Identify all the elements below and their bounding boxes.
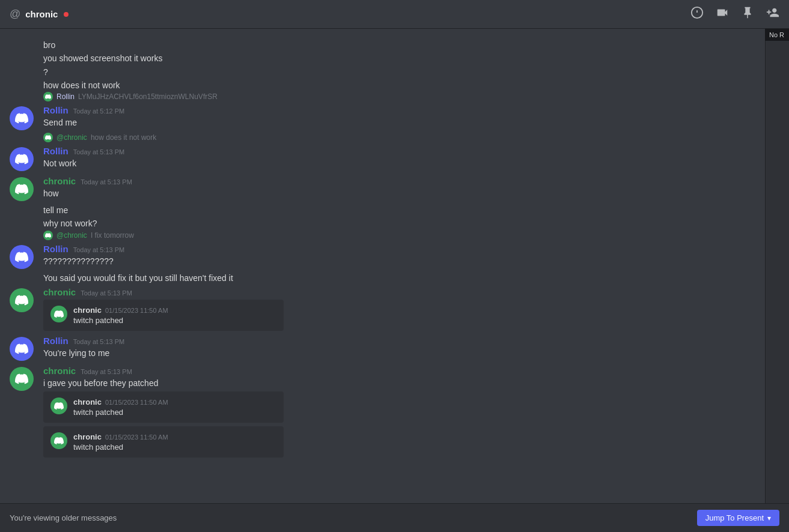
jump-to-present-button[interactable]: Jump To Present ▾ — [697, 510, 779, 526]
reply-name-1: Rollin — [56, 92, 75, 101]
msg-text-screenshot: you showed screenshot it works — [43, 53, 162, 63]
embed-header-3: chronic 01/15/2023 11:50 AM — [73, 432, 168, 441]
msg-text-4c: why not work? — [43, 219, 97, 228]
embed-time-2: 01/15/2023 11:50 AM — [105, 399, 168, 406]
reply-avatar-1 — [43, 92, 53, 101]
msg-content-4: chronic Today at 5:13 PM how — [43, 176, 755, 201]
msg-text-5b: You said you would fix it but you still … — [43, 273, 233, 283]
embed-content-2: chronic 01/15/2023 11:50 AM twitch patch… — [73, 397, 168, 417]
embed-1: chronic 01/15/2023 11:50 AM twitch patch… — [43, 300, 284, 331]
embed-2: chronic 01/15/2023 11:50 AM twitch patch… — [43, 391, 284, 423]
status-dot — [64, 12, 69, 17]
embed-username-2: chronic — [73, 397, 102, 407]
msg-text-8: i gave you before they patched — [43, 377, 755, 389]
jump-chevron-icon: ▾ — [767, 514, 771, 522]
no-role-label: No R — [764, 29, 789, 41]
msg-header-8: chronic Today at 5:13 PM — [43, 366, 755, 376]
camera-icon[interactable] — [716, 6, 729, 22]
username-rollin-1: Rollin — [43, 105, 69, 115]
avatar-chronic-2 — [10, 288, 34, 312]
chat-area[interactable]: bro you showed screenshot it works ? how… — [0, 29, 765, 503]
timestamp-4: Today at 5:13 PM — [81, 178, 132, 186]
embed-avatar-1 — [50, 306, 67, 322]
add-member-icon[interactable] — [766, 6, 779, 22]
msg-continuation-5b: You said you would fix it but you still … — [0, 271, 765, 285]
message-group-6: chronic Today at 5:13 PM chronic 01/15/2… — [0, 285, 765, 333]
pin-icon[interactable] — [741, 6, 754, 22]
inbox-icon[interactable] — [690, 6, 704, 22]
right-panel: No R — [765, 29, 789, 532]
reply-name-5: @chronic — [56, 231, 87, 240]
msg-text-3: Not work — [43, 157, 755, 169]
reply-avatar-3 — [43, 133, 53, 142]
username-chronic-1: chronic — [43, 176, 76, 186]
msg-header-7: Rollin Today at 5:13 PM — [43, 336, 755, 346]
msg-text-howdoes: how does it not work — [43, 80, 120, 90]
username-rollin-4: Rollin — [43, 336, 69, 346]
embed-username-1: chronic — [73, 306, 102, 315]
reply-mention-3: how does it not work — [91, 133, 156, 142]
username-chronic-3: chronic — [43, 366, 76, 376]
message-continuation-q: ? — [0, 65, 765, 79]
reply-bar-1: Rollin LYMuJHzACHVLf6on15ttmioznWLNuVfrS… — [43, 92, 765, 101]
timestamp-8: Today at 5:13 PM — [81, 368, 132, 375]
timestamp-3: Today at 5:13 PM — [73, 148, 125, 156]
username-chronic-2: chronic — [43, 287, 76, 297]
msg-content-7: Rollin Today at 5:13 PM You're lying to … — [43, 336, 755, 361]
embed-avatar-3 — [50, 432, 67, 449]
msg-content-5: Rollin Today at 5:13 PM ??????????????? — [43, 244, 755, 269]
msg-content-6: chronic Today at 5:13 PM chronic 01/15/2… — [43, 287, 755, 331]
avatar-rollin-1 — [10, 106, 34, 130]
message-continuation-howdoes: how does it not work — [0, 79, 765, 92]
avatar-rollin-4 — [10, 337, 34, 361]
msg-header-4: chronic Today at 5:13 PM — [43, 176, 755, 186]
message-group-8: chronic Today at 5:13 PM i gave you befo… — [0, 363, 765, 460]
msg-header-2: Rollin Today at 5:12 PM — [43, 105, 755, 115]
msg-text-4a: how — [43, 187, 755, 199]
message-continuation-screenshot: you showed screenshot it works — [0, 52, 765, 65]
embed-text-3: twitch patched — [73, 443, 168, 452]
avatar-chronic-3 — [10, 367, 34, 391]
embed-header-1: chronic 01/15/2023 11:50 AM — [73, 306, 168, 315]
msg-header-3: Rollin Today at 5:13 PM — [43, 146, 755, 156]
message-group-5: Rollin Today at 5:13 PM ??????????????? — [0, 241, 765, 271]
embed-content-1: chronic 01/15/2023 11:50 AM twitch patch… — [73, 306, 168, 325]
msg-content-2: Rollin Today at 5:12 PM Send me — [43, 105, 755, 130]
embed-content-3: chronic 01/15/2023 11:50 AM twitch patch… — [73, 432, 168, 452]
embed-text-1: twitch patched — [73, 316, 168, 325]
timestamp-7: Today at 5:13 PM — [73, 338, 125, 345]
avatar-rollin-2 — [10, 147, 34, 171]
msg-header-5: Rollin Today at 5:13 PM — [43, 244, 755, 254]
bottom-bar: You're viewing older messages Jump To Pr… — [0, 503, 789, 532]
message-group-7: Rollin Today at 5:13 PM You're lying to … — [0, 333, 765, 363]
msg-content-8: chronic Today at 5:13 PM i gave you befo… — [43, 366, 755, 458]
older-messages-notice: You're viewing older messages — [10, 513, 117, 522]
msg-text-4b: tell me — [43, 205, 68, 215]
reply-mention-1: LYMuJHzACHVLf6on15ttmioznWLNuVfrSR — [78, 92, 218, 101]
avatar-rollin-3 — [10, 245, 34, 269]
timestamp-2: Today at 5:12 PM — [73, 107, 125, 115]
channel-name: chronic — [25, 9, 58, 19]
channel-header: @ chronic — [10, 8, 69, 20]
message-continuation-top: bro — [0, 38, 765, 52]
msg-continuation-4c: why not work? — [0, 217, 765, 230]
msg-text-bro: bro — [43, 40, 55, 50]
timestamp-5: Today at 5:13 PM — [73, 246, 125, 253]
message-group-4: chronic Today at 5:13 PM how — [0, 174, 765, 204]
username-rollin-3: Rollin — [43, 244, 69, 254]
embed-time-3: 01/15/2023 11:50 AM — [105, 434, 168, 441]
top-bar: @ chronic — [0, 0, 789, 29]
msg-text-2: Send me — [43, 116, 755, 128]
embed-avatar-2 — [50, 397, 67, 414]
channel-at-icon: @ — [10, 8, 20, 20]
msg-text-5a: ??????????????? — [43, 255, 755, 267]
timestamp-6: Today at 5:13 PM — [81, 289, 132, 297]
msg-continuation-4b: tell me — [0, 204, 765, 217]
username-rollin-2: Rollin — [43, 146, 69, 156]
message-group-2: Rollin Today at 5:12 PM Send me — [0, 103, 765, 133]
reply-bar-5: @chronic I fix tomorrow — [43, 231, 765, 240]
avatar-chronic-1 — [10, 177, 34, 201]
msg-header-6: chronic Today at 5:13 PM — [43, 287, 755, 297]
embed-username-3: chronic — [73, 432, 102, 441]
reply-avatar-5 — [43, 231, 53, 240]
